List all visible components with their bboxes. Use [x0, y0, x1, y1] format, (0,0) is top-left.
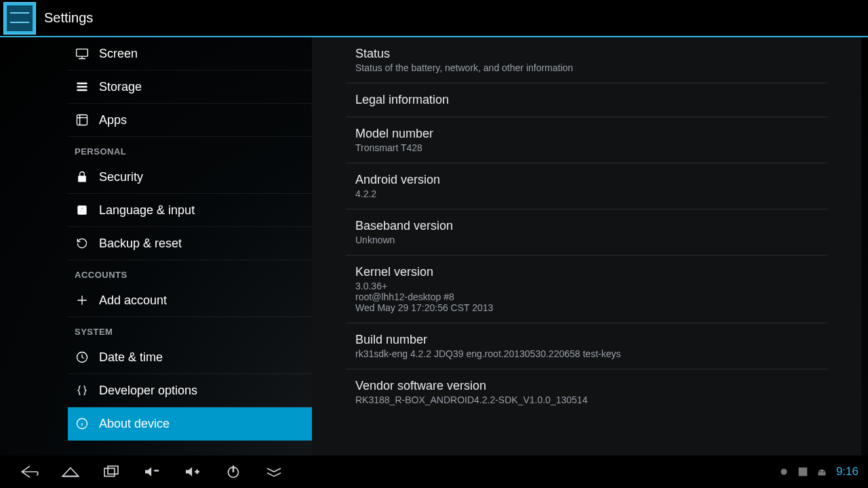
pref-title: Model number: [355, 127, 818, 141]
svg-rect-1: [77, 115, 87, 125]
svg-rect-7: [104, 468, 115, 476]
recents-button[interactable]: [91, 455, 132, 488]
pref-summary: Unknown: [355, 235, 818, 245]
pref-title: Status: [355, 47, 818, 61]
pref-summary: 3.0.36+ root@lhh12-desktop #8 Wed May 29…: [355, 281, 818, 313]
power-button[interactable]: [213, 455, 254, 488]
svg-rect-8: [108, 466, 118, 474]
pref-summary: Status of the battery, network, and othe…: [355, 62, 818, 73]
sidebar-item-label: Add account: [99, 293, 167, 308]
system-nav-bar: 9:16: [0, 455, 868, 488]
sidebar-item-label: Developer options: [99, 384, 197, 398]
svg-rect-11: [799, 468, 808, 476]
pref-legal-info[interactable]: Legal information: [346, 83, 827, 117]
pref-title: Kernel version: [355, 265, 818, 279]
monitor-icon: [75, 46, 90, 61]
pref-title: Legal information: [355, 93, 818, 107]
sidebar-item-add-account[interactable]: Add account: [68, 284, 312, 317]
sidebar-item-label: About device: [99, 417, 170, 431]
sidebar-item-label: Storage: [99, 80, 142, 94]
pref-summary: rk31sdk-eng 4.2.2 JDQ39 eng.root.2013053…: [355, 348, 818, 359]
pref-baseband-version[interactable]: Baseband version Unknown: [346, 209, 827, 256]
sidebar-item-apps[interactable]: Apps: [68, 104, 312, 137]
pref-model-number[interactable]: Model number Tronsmart T428: [346, 117, 827, 163]
svg-point-12: [819, 471, 821, 472]
sidebar-item-backup[interactable]: Backup & reset: [68, 227, 312, 260]
info-icon: [75, 416, 90, 431]
status-clock[interactable]: 9:16: [836, 465, 859, 479]
pref-title: Vendor software version: [355, 379, 818, 393]
sidebar-item-label: Backup & reset: [99, 237, 182, 251]
pref-summary: Tronsmart T428: [355, 142, 818, 153]
sidebar-item-label: Screen: [99, 47, 138, 61]
pref-kernel-version[interactable]: Kernel version 3.0.36+ root@lhh12-deskto…: [346, 256, 827, 323]
svg-rect-0: [77, 49, 88, 56]
pref-summary: RK3188_R-BOX_ANDROID4.2.2-SDK_V1.0.0_130…: [355, 394, 818, 405]
clock-icon: [75, 350, 90, 365]
svg-rect-2: [78, 176, 86, 182]
status-ethernet-icon: [795, 464, 810, 479]
svg-point-10: [781, 469, 787, 475]
status-dot-icon: [776, 464, 791, 479]
section-header-system: SYSTEM: [68, 317, 312, 341]
sidebar-item-security[interactable]: Security: [68, 161, 312, 194]
page-title: Settings: [44, 10, 93, 26]
sidebar-item-about[interactable]: About device: [68, 407, 312, 441]
settings-app-icon: [3, 2, 36, 35]
sidebar-item-developer[interactable]: Developer options: [68, 374, 312, 407]
action-bar: Settings: [0, 0, 868, 37]
expand-button[interactable]: [254, 455, 294, 488]
storage-icon: [75, 79, 90, 94]
sidebar-item-datetime[interactable]: Date & time: [68, 341, 312, 374]
volume-down-button[interactable]: [132, 455, 172, 488]
back-button[interactable]: [9, 455, 50, 488]
section-header-accounts: ACCOUNTS: [68, 260, 312, 284]
sidebar-item-label: Language & input: [99, 203, 195, 218]
pref-title: Build number: [355, 333, 818, 347]
restore-icon: [75, 236, 90, 251]
pref-title: Android version: [355, 173, 818, 187]
settings-sidebar: Screen Storage Apps PERSONAL Security: [3, 37, 312, 455]
sidebar-item-storage[interactable]: Storage: [68, 70, 312, 104]
braces-icon: [75, 383, 90, 398]
sidebar-item-language[interactable]: A Language & input: [68, 194, 312, 227]
sidebar-item-screen[interactable]: Screen: [68, 37, 312, 70]
pref-build-number[interactable]: Build number rk31sdk-eng 4.2.2 JDQ39 eng…: [346, 323, 827, 369]
pref-summary: 4.2.2: [355, 188, 818, 199]
detail-pane: Status Status of the battery, network, a…: [312, 37, 861, 455]
status-android-icon: [814, 464, 829, 479]
pref-vendor-version[interactable]: Vendor software version RK3188_R-BOX_AND…: [346, 369, 827, 415]
sidebar-item-label: Apps: [99, 113, 127, 127]
language-icon: A: [75, 203, 90, 218]
pref-title: Baseband version: [355, 219, 818, 233]
home-button[interactable]: [50, 455, 91, 488]
svg-point-13: [823, 471, 825, 472]
pref-android-version[interactable]: Android version 4.2.2: [346, 163, 827, 209]
svg-text:A: A: [79, 206, 85, 214]
lock-icon: [75, 169, 90, 184]
pref-status[interactable]: Status Status of the battery, network, a…: [346, 37, 827, 83]
volume-up-button[interactable]: [172, 455, 213, 488]
sidebar-item-label: Security: [99, 170, 143, 184]
apps-icon: [75, 113, 90, 127]
section-header-personal: PERSONAL: [68, 137, 312, 161]
plus-icon: [75, 293, 90, 308]
sidebar-item-label: Date & time: [99, 350, 163, 365]
